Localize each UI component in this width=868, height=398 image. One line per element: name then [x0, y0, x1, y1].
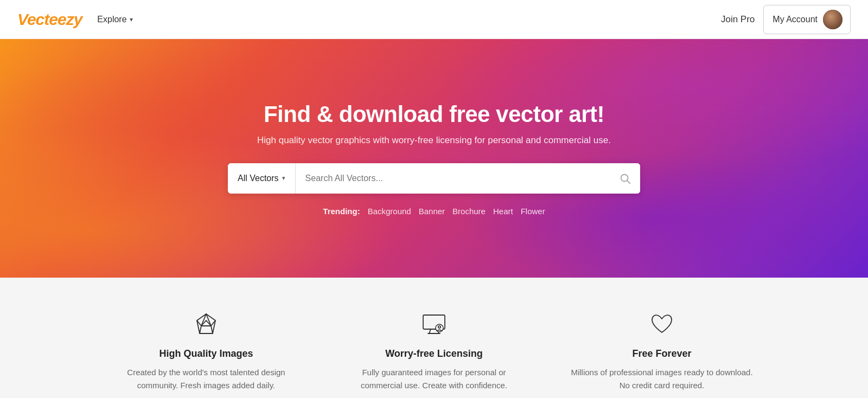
feature-high-quality-desc: Created by the world's most talented des…: [114, 366, 298, 392]
header-right: Join Pro My Account: [721, 5, 851, 34]
feature-free-forever-title: Free Forever: [570, 348, 754, 360]
hero-title: Find & download free vector art!: [11, 101, 857, 127]
feature-licensing: Worry-free Licensing Fully guaranteed im…: [320, 310, 548, 392]
svg-line-5: [200, 326, 201, 333]
search-type-button[interactable]: All Vectors ▾: [228, 163, 296, 194]
feature-free-forever: Free Forever Millions of professional im…: [548, 310, 776, 392]
hero-subtitle: High quality vector graphics with worry-…: [11, 135, 857, 146]
trending-label: Trending:: [323, 207, 360, 216]
features-section: High Quality Images Created by the world…: [0, 278, 868, 398]
avatar-image: [823, 10, 843, 29]
svg-line-6: [211, 326, 213, 333]
hero-content: Find & download free vector art! High qu…: [0, 101, 868, 216]
join-pro-button[interactable]: Join Pro: [721, 14, 755, 25]
diamond-icon: [192, 310, 220, 338]
search-button[interactable]: [610, 163, 640, 194]
my-account-button[interactable]: My Account: [763, 5, 851, 34]
my-account-label: My Account: [773, 15, 818, 24]
feature-licensing-desc: Fully guaranteed images for personal or …: [342, 366, 526, 392]
heart-icon: [648, 310, 676, 338]
search-bar: All Vectors ▾: [228, 163, 640, 194]
search-icon: [619, 172, 631, 184]
header-left: Vecteezy Explore ▾: [17, 10, 133, 29]
feature-high-quality: High Quality Images Created by the world…: [92, 310, 320, 392]
explore-button[interactable]: Explore ▾: [97, 15, 132, 24]
feature-free-forever-desc: Millions of professional images ready to…: [570, 366, 754, 392]
svg-line-9: [429, 329, 431, 333]
feature-licensing-title: Worry-free Licensing: [342, 348, 526, 360]
trending-heart[interactable]: Heart: [493, 207, 513, 216]
search-type-chevron-icon: ▾: [282, 175, 285, 182]
feature-high-quality-title: High Quality Images: [114, 348, 298, 360]
trending-brochure[interactable]: Brochure: [452, 207, 486, 216]
chevron-down-icon: ▾: [130, 16, 133, 23]
trending-background[interactable]: Background: [368, 207, 411, 216]
trending-section: Trending: Background Banner Brochure Hea…: [11, 207, 857, 216]
logo[interactable]: Vecteezy: [17, 10, 82, 29]
trending-flower[interactable]: Flower: [521, 207, 545, 216]
search-input[interactable]: [296, 163, 610, 194]
hero-section: Find & download free vector art! High qu…: [0, 39, 868, 278]
svg-line-1: [627, 181, 630, 183]
explore-label: Explore: [97, 15, 126, 24]
search-type-label: All Vectors: [238, 174, 279, 183]
license-icon: [420, 310, 448, 338]
trending-banner[interactable]: Banner: [419, 207, 445, 216]
header: Vecteezy Explore ▾ Join Pro My Account: [0, 0, 868, 39]
avatar: [823, 10, 843, 29]
